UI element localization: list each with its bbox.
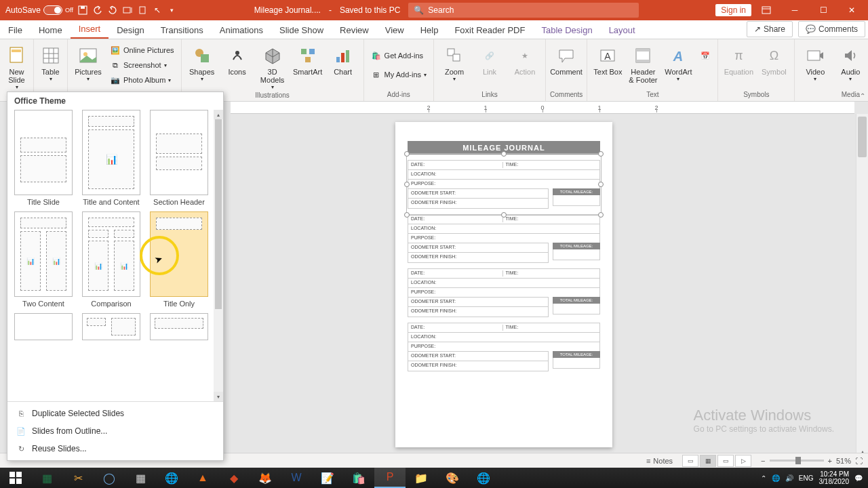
journal-entry[interactable]: DATE:TIME: LOCATION: PURPOSE: ODOMETER S… [408, 323, 600, 371]
duplicate-slides-menuitem[interactable]: ⎘Duplicate Selected Slides [7, 405, 223, 422]
scrollbar-thumb[interactable] [858, 117, 867, 157]
header-footer-button[interactable]: Header & Footer [627, 43, 659, 85]
close-button[interactable]: ✕ [838, 0, 865, 20]
tab-review[interactable]: Review [332, 22, 377, 39]
ribbon-display-icon[interactable] [753, 0, 780, 20]
touch-mode-icon[interactable] [137, 5, 148, 16]
gallery-scrollbar-thumb[interactable] [215, 119, 222, 309]
chart-button[interactable]: Chart [327, 43, 359, 77]
3d-models-button[interactable]: 3D Models▾ [256, 43, 289, 92]
gallery-scroll-up-icon[interactable]: ▴ [214, 110, 223, 119]
qat-customize-icon[interactable]: ▾ [167, 5, 178, 16]
search-input[interactable]: 🔍 Search [408, 3, 639, 18]
layout-picture-caption[interactable] [150, 313, 208, 340]
text-box-button[interactable]: AText Box [591, 43, 624, 77]
start-button[interactable] [0, 468, 31, 488]
tab-insert[interactable]: Insert [71, 20, 109, 39]
task-explorer-icon[interactable]: 📁 [406, 468, 437, 488]
video-button[interactable]: Video▾ [799, 43, 831, 83]
comment-button[interactable]: Comment [550, 43, 583, 77]
task-firefox-icon[interactable]: 🦊 [250, 468, 281, 488]
normal-view-button[interactable]: ▭ [682, 455, 698, 467]
layout-two-content[interactable]: 📊📊 Two Content [14, 211, 73, 308]
zoom-in-icon[interactable]: + [828, 457, 832, 465]
tab-table-design[interactable]: Table Design [533, 22, 600, 39]
layout-blank[interactable] [14, 313, 73, 340]
task-word-icon[interactable]: W [281, 468, 312, 488]
tray-network-icon[interactable]: 🌐 [772, 474, 780, 482]
online-pictures-button[interactable]: 🖼️Online Pictures [107, 43, 177, 57]
tray-up-icon[interactable]: ⌃ [761, 474, 766, 482]
task-vlc-icon[interactable]: ▲ [187, 468, 218, 488]
tray-notifications-icon[interactable]: 💬 [854, 474, 863, 482]
zoom-out-icon[interactable]: − [761, 457, 765, 465]
tab-foxit[interactable]: Foxit Reader PDF [446, 22, 533, 39]
zoom-slider[interactable]: − + 51% ⛶ [761, 457, 863, 465]
journal-entry[interactable]: DATE:TIME: LOCATION: PURPOSE: ODOMETER S… [408, 214, 600, 263]
task-app-icon[interactable]: ◆ [218, 468, 250, 488]
task-excel-icon[interactable]: ▦ [31, 468, 62, 488]
tab-layout[interactable]: Layout [601, 22, 644, 39]
slides-from-outline-menuitem[interactable]: 📄Slides from Outline... [7, 422, 223, 440]
shapes-button[interactable]: Shapes▾ [186, 43, 218, 83]
photo-album-button[interactable]: 📷Photo Album▾ [107, 73, 177, 87]
comments-button[interactable]: 💬Comments [798, 21, 865, 37]
icons-button[interactable]: Icons [221, 43, 254, 77]
tray-volume-icon[interactable]: 🔊 [785, 474, 793, 482]
save-icon[interactable] [77, 5, 88, 16]
tab-animations[interactable]: Animations [212, 22, 271, 39]
zoom-level[interactable]: 51% [836, 457, 851, 465]
task-cortana-icon[interactable]: ◯ [94, 468, 125, 488]
tab-slide-show[interactable]: Slide Show [271, 22, 332, 39]
sorter-view-button[interactable]: ▦ [700, 455, 716, 467]
tab-help[interactable]: Help [412, 22, 447, 39]
task-notepad-icon[interactable]: 📝 [312, 468, 343, 488]
new-slide-button[interactable]: New Slide▾ [4, 43, 29, 92]
layout-content-caption[interactable] [82, 313, 140, 340]
fit-to-window-button[interactable]: ⛶ [855, 457, 863, 465]
share-button[interactable]: ↗Share [747, 21, 793, 37]
reuse-slides-menuitem[interactable]: ↻Reuse Slides... [7, 440, 223, 458]
tray-lang-icon[interactable]: ENG [799, 474, 814, 482]
sign-in-button[interactable]: Sign in [715, 4, 751, 16]
undo-icon[interactable] [92, 5, 103, 16]
layout-section-header[interactable]: Section Header [150, 110, 208, 206]
zoom-button[interactable]: Zoom▾ [438, 43, 471, 83]
layout-comparison[interactable]: 📊📊 Comparison [82, 211, 140, 308]
gallery-scrollbar[interactable]: ▴ ▾ [214, 110, 223, 401]
screenshot-button[interactable]: ⧉Screenshot▾ [107, 58, 177, 72]
tab-transitions[interactable]: Transitions [153, 22, 212, 39]
notes-button[interactable]: ≡Notes [646, 457, 673, 465]
journal-entry[interactable]: DATE:TIME: LOCATION: PURPOSE: ODOMETER S… [408, 268, 600, 317]
wordart-button[interactable]: AWordArt▾ [662, 43, 694, 83]
start-from-beginning-icon[interactable] [122, 5, 133, 16]
maximize-button[interactable]: ☐ [810, 0, 837, 20]
redo-icon[interactable] [107, 5, 118, 16]
minimize-button[interactable]: ─ [781, 0, 808, 20]
tab-file[interactable]: File [0, 22, 31, 39]
task-store-icon[interactable]: 🛍️ [343, 468, 374, 488]
tab-view[interactable]: View [377, 22, 412, 39]
my-addins-button[interactable]: ⊞My Add-ins▾ [368, 68, 429, 81]
slideshow-view-button[interactable]: ▷ [735, 455, 751, 467]
task-calc-icon[interactable]: ▦ [125, 468, 156, 488]
autosave-toggle[interactable]: AutoSave Off [5, 5, 73, 15]
table-button[interactable]: Table▾ [38, 43, 63, 83]
smartart-button[interactable]: SmartArt [292, 43, 324, 77]
tab-design[interactable]: Design [108, 22, 152, 39]
task-chrome2-icon[interactable]: 🌐 [468, 468, 499, 488]
text-more-button[interactable]: 📅 [697, 43, 713, 69]
reading-view-button[interactable]: ▭ [717, 455, 734, 467]
audio-button[interactable]: Audio▾ [834, 43, 867, 83]
gallery-scroll-down-icon[interactable]: ▾ [214, 392, 223, 401]
task-powerpoint-icon[interactable]: P [374, 468, 406, 488]
task-paint-icon[interactable]: 🎨 [437, 468, 468, 488]
task-snip-icon[interactable]: ✂ [62, 468, 94, 488]
pointer-icon[interactable]: ↖ [152, 5, 163, 16]
get-addins-button[interactable]: 🛍️Get Add-ins [368, 49, 429, 62]
slide-canvas[interactable]: MILEAGE JOURNAL DATE:TIME: LOCATION: PUR… [395, 122, 612, 447]
pictures-button[interactable]: Pictures▾ [72, 43, 104, 83]
tray-clock[interactable]: 10:24 PM 3/18/2020 [819, 470, 850, 485]
layout-title-slide[interactable]: Title Slide [14, 110, 73, 206]
layout-title-content[interactable]: 📊 Title and Content [82, 110, 140, 206]
